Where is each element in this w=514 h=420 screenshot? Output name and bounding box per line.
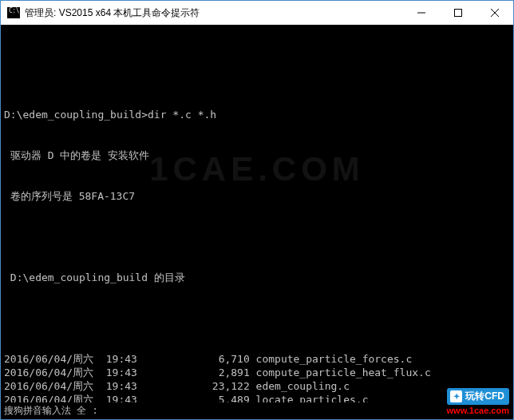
svg-rect-1 (455, 10, 462, 17)
prompt-path: D:\edem_coupling_build (4, 109, 141, 121)
file-row: 2016/06/04/周六 19:43 23,122 edem_coupling… (4, 379, 510, 393)
directory-header-c: D:\edem_coupling_build 的目录 (4, 271, 510, 284)
volume-label-line: 驱动器 D 中的卷是 安装软件 (4, 149, 510, 162)
cmd-icon: C:\ (7, 7, 20, 18)
file-row: 2016/06/04/周六 19:43 5,489 locate_particl… (4, 393, 510, 402)
window-title: 管理员: VS2015 x64 本机工具命令提示符 (25, 6, 403, 20)
file-row: 2016/06/04/周六 19:43 2,891 compute_partic… (4, 366, 510, 379)
command-text: dir *.c *.h (148, 109, 216, 121)
blank-line (4, 67, 510, 81)
maximize-button[interactable] (440, 1, 476, 25)
volume-serial-line: 卷的序列号是 58FA-13C7 (4, 189, 510, 203)
titlebar[interactable]: C:\ 管理员: VS2015 x64 本机工具命令提示符 (1, 1, 513, 25)
blank-line (4, 311, 510, 325)
terminal-output[interactable]: 1CAE.COM D:\edem_coupling_build>dir *.c … (1, 25, 513, 402)
window: C:\ 管理员: VS2015 x64 本机工具命令提示符 1CAE.COM D… (0, 0, 514, 420)
listing-c: 2016/06/04/周六 19:43 6,710 compute_partic… (4, 352, 510, 402)
ime-text: 搜狗拼音输入法 全 : (4, 404, 98, 418)
ime-status-bar: 搜狗拼音输入法 全 : (1, 402, 513, 419)
watermark-text: 1CAE.COM (149, 162, 365, 176)
blank-line (4, 230, 510, 244)
command-line: D:\edem_coupling_build>dir *.c *.h (4, 108, 510, 121)
window-controls (403, 1, 513, 25)
file-row: 2016/06/04/周六 19:43 6,710 compute_partic… (4, 352, 510, 366)
close-button[interactable] (476, 1, 513, 25)
minimize-button[interactable] (403, 1, 440, 25)
